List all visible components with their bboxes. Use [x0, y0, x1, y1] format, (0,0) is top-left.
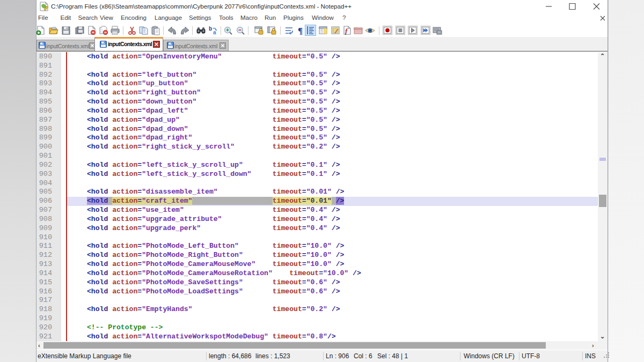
svg-text:b: b	[209, 26, 212, 32]
svg-text:¶: ¶	[298, 26, 303, 35]
